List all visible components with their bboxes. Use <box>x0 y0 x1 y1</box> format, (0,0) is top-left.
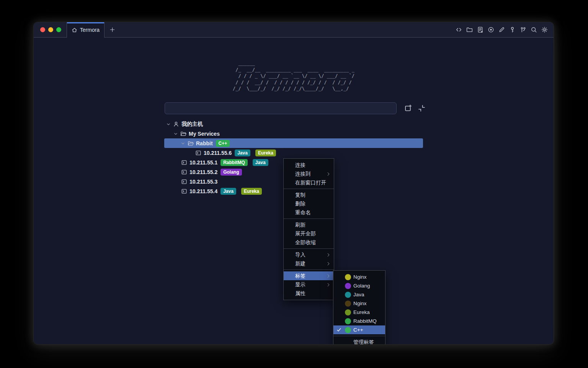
folder-open-icon <box>188 140 194 146</box>
terminal-icon <box>195 150 201 156</box>
gear-icon[interactable] <box>541 26 548 33</box>
tree-row[interactable]: My Services <box>164 129 423 138</box>
menu-separator <box>284 269 334 270</box>
tag-color-dot <box>345 327 351 333</box>
tag-badge: Java <box>235 150 250 156</box>
context-menu-item[interactable]: 属性 <box>284 289 334 298</box>
user-icon <box>173 121 179 127</box>
terminal-icon <box>181 159 187 166</box>
search-input[interactable] <box>165 102 397 114</box>
new-tab-button[interactable] <box>105 22 120 37</box>
minimize-window-button[interactable] <box>48 27 53 32</box>
tag-label: Java <box>353 292 364 297</box>
context-menu-item[interactable]: 全部收缩 <box>284 238 334 247</box>
code-icon[interactable] <box>456 26 462 33</box>
tree-item-label: 我的主机 <box>181 121 203 128</box>
check-icon <box>336 327 343 332</box>
tag-badge: C++ <box>216 140 230 147</box>
search-icon[interactable] <box>531 26 537 33</box>
context-menu-item[interactable]: 刷新 <box>284 220 334 229</box>
tag-label: RabbitMQ <box>353 318 377 324</box>
menu-item-label: 全部收缩 <box>295 239 316 246</box>
context-menu-item[interactable]: 展开全部 <box>284 229 334 238</box>
main-content: ______ /_ __/__ _________ ___ ____ _____… <box>34 38 554 344</box>
menu-separator <box>284 189 334 189</box>
tag-submenu-item[interactable]: Nginx <box>333 273 385 281</box>
context-menu-item[interactable]: 导入 <box>284 250 334 259</box>
home-icon <box>72 27 77 33</box>
tree-item-label: 10.211.55.4 <box>189 188 217 194</box>
close-window-button[interactable] <box>40 27 45 32</box>
menu-separator <box>333 336 385 336</box>
keychain-icon[interactable] <box>520 26 526 33</box>
tag-badge: Golang <box>220 169 242 176</box>
menu-item-label: 导入 <box>295 251 305 258</box>
chevron-down-icon[interactable] <box>166 122 171 127</box>
context-menu-item[interactable]: 标签 <box>284 271 334 280</box>
titlebar: Termora <box>34 22 554 38</box>
tag-color-dot <box>345 292 351 298</box>
zoom-window-button[interactable] <box>56 27 61 32</box>
tag-label: C++ <box>353 327 363 333</box>
tree-row[interactable]: RabbitC++ <box>164 138 423 148</box>
menu-item-label: 复制 <box>295 192 305 199</box>
tag-submenu-item[interactable]: Nginx <box>333 299 385 308</box>
chevron-down-icon[interactable] <box>180 141 186 146</box>
tab-termora[interactable]: Termora <box>67 22 105 38</box>
menu-item-label: 展开全部 <box>295 230 316 237</box>
tag-submenu-item[interactable]: RabbitMQ <box>333 317 385 325</box>
record-icon[interactable] <box>488 26 494 33</box>
plus-icon <box>109 27 115 33</box>
tab-label: Termora <box>80 27 100 33</box>
tag-color-dot <box>345 301 351 307</box>
tree-item-label: 10.211.55.6 <box>204 150 232 156</box>
tag-label: Nginx <box>353 301 367 306</box>
pencil-icon[interactable] <box>498 26 505 33</box>
tag-badge: Java <box>220 188 236 195</box>
menu-item-label: 新建 <box>295 260 305 267</box>
menu-item-label: 连接 <box>295 162 305 169</box>
menu-item-label: 刷新 <box>295 222 305 228</box>
app-window: Termora ______ /_ __/__ _________ ___ __… <box>34 22 554 344</box>
context-menu-item[interactable]: 在新窗口打开 <box>284 178 334 187</box>
submenu-arrow-icon <box>326 283 331 287</box>
tree-item-label: 10.211.55.3 <box>189 179 217 185</box>
collapse-all-button[interactable] <box>418 104 426 112</box>
menu-item-label: 显示 <box>295 281 305 288</box>
search-row <box>165 102 426 114</box>
tree-row[interactable]: 我的主机 <box>164 119 423 129</box>
tag-label: Eureka <box>353 309 370 315</box>
tag-badge: Eureka <box>255 150 276 156</box>
context-menu-item[interactable]: 新建 <box>284 259 334 268</box>
toolbar <box>456 22 554 37</box>
tag-label: Nginx <box>353 274 367 280</box>
tree-item-label: 10.211.55.2 <box>189 169 217 175</box>
menu-separator <box>284 219 334 219</box>
context-menu-item[interactable]: 删除 <box>284 199 334 208</box>
manage-tags-item[interactable]: 管理标签 <box>333 338 385 344</box>
menu-item-label: 在新窗口打开 <box>295 179 326 186</box>
context-menu-item[interactable]: 显示 <box>284 280 334 289</box>
tag-label: Golang <box>353 283 370 289</box>
add-host-button[interactable] <box>404 104 412 112</box>
tag-submenu-item[interactable]: Java <box>333 290 385 299</box>
tree-row[interactable]: 10.211.55.6JavaEureka <box>164 148 423 158</box>
log-icon[interactable] <box>477 26 483 33</box>
folder-open-icon <box>180 131 186 137</box>
folder-icon[interactable] <box>466 26 473 33</box>
chevron-down-icon[interactable] <box>173 131 178 136</box>
tag-submenu-item[interactable]: Golang <box>333 281 385 290</box>
context-menu-item[interactable]: 连接 <box>284 161 334 169</box>
submenu-arrow-icon <box>326 253 331 257</box>
tag-submenu: NginxGolangJavaNginxEurekaRabbitMQC++管理标… <box>333 270 385 344</box>
submenu-arrow-icon <box>326 261 331 266</box>
context-menu-item[interactable]: 复制 <box>284 191 334 199</box>
context-menu-item[interactable]: 连接到 <box>284 169 334 178</box>
menu-separator <box>284 248 334 249</box>
submenu-arrow-icon <box>326 274 331 278</box>
menu-item-label: 属性 <box>295 290 305 297</box>
context-menu-item[interactable]: 重命名 <box>284 208 334 217</box>
tag-submenu-item[interactable]: C++ <box>333 325 385 334</box>
tag-submenu-item[interactable]: Eureka <box>333 308 385 317</box>
key-icon[interactable] <box>509 26 516 33</box>
